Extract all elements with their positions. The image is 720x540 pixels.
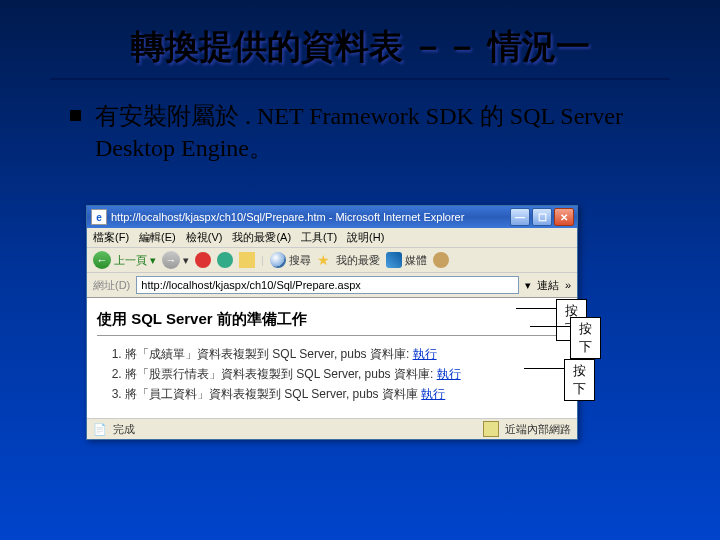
media-icon (386, 252, 402, 268)
maximize-button[interactable]: ☐ (532, 208, 552, 226)
chevron-down-icon[interactable]: ▾ (525, 279, 531, 292)
media-label: 媒體 (405, 253, 427, 268)
callout-press-3: 按下 (564, 359, 595, 401)
bullet-item: 有安裝附屬於 . NET Framework SDK 的 SQL Server … (70, 100, 650, 165)
item-text: 將「成績單」資料表複製到 SQL Server, pubs 資料庫: (125, 347, 413, 361)
toolbar: ← 上一頁 ▾ → ▾ | 搜尋 ★ 我的最愛 媒體 (87, 248, 577, 273)
list-item: 將「股票行情表」資料表複製到 SQL Server, pubs 資料庫: 執行 (125, 366, 567, 383)
menu-tools[interactable]: 工具(T) (301, 230, 337, 245)
zone-text: 近端內部網路 (505, 422, 571, 437)
callout-line (530, 326, 570, 327)
browser-window: e http://localhost/kjaspx/ch10/Sql/Prepa… (86, 205, 578, 440)
forward-button[interactable]: → ▾ (162, 251, 189, 269)
menu-view[interactable]: 檢視(V) (186, 230, 223, 245)
home-button[interactable] (239, 252, 255, 268)
address-bar: 網址(D) http://localhost/kjaspx/ch10/Sql/P… (87, 273, 577, 298)
chevron-down-icon: ▾ (150, 254, 156, 267)
close-button[interactable]: ✕ (554, 208, 574, 226)
run-link-1[interactable]: 執行 (413, 347, 437, 361)
favorites-button[interactable]: ★ 我的最愛 (317, 252, 380, 268)
favorites-label: 我的最愛 (336, 253, 380, 268)
stop-icon (195, 252, 211, 268)
list-item: 將「員工資料」資料表複製到 SQL Server, pubs 資料庫 執行 (125, 386, 567, 403)
menu-file[interactable]: 檔案(F) (93, 230, 129, 245)
status-icon: 📄 (93, 423, 107, 436)
item-text: 將「員工資料」資料表複製到 SQL Server, pubs 資料庫 (125, 387, 421, 401)
history-button[interactable] (433, 252, 449, 268)
ie-icon: e (91, 209, 107, 225)
item-text: 將「股票行情表」資料表複製到 SQL Server, pubs 資料庫: (125, 367, 437, 381)
chevron-right-icon: » (565, 279, 571, 291)
back-label: 上一頁 (114, 253, 147, 268)
bullet-square-icon (70, 110, 81, 121)
links-label[interactable]: 連結 (537, 278, 559, 293)
back-button[interactable]: ← 上一頁 ▾ (93, 251, 156, 269)
minimize-button[interactable]: — (510, 208, 530, 226)
menu-edit[interactable]: 編輯(E) (139, 230, 176, 245)
titlebar[interactable]: e http://localhost/kjaspx/ch10/Sql/Prepa… (87, 206, 577, 228)
browser-window-wrap: e http://localhost/kjaspx/ch10/Sql/Prepa… (86, 205, 576, 440)
zone-icon (483, 421, 499, 437)
search-button[interactable]: 搜尋 (270, 252, 311, 268)
page-heading: 使用 SQL Server 前的準備工作 (97, 310, 567, 329)
run-link-2[interactable]: 執行 (437, 367, 461, 381)
run-link-3[interactable]: 執行 (421, 387, 445, 401)
stop-button[interactable] (195, 252, 211, 268)
refresh-button[interactable] (217, 252, 233, 268)
bullet-text: 有安裝附屬於 . NET Framework SDK 的 SQL Server … (95, 100, 650, 165)
list-item: 將「成績單」資料表複製到 SQL Server, pubs 資料庫: 執行 (125, 346, 567, 363)
window-title: http://localhost/kjaspx/ch10/Sql/Prepare… (111, 211, 510, 223)
chevron-down-icon: ▾ (183, 254, 189, 267)
address-value: http://localhost/kjaspx/ch10/Sql/Prepare… (141, 279, 361, 291)
search-icon (270, 252, 286, 268)
refresh-icon (217, 252, 233, 268)
address-label: 網址(D) (93, 278, 130, 293)
menu-bar[interactable]: 檔案(F) 編輯(E) 檢視(V) 我的最愛(A) 工具(T) 說明(H) (87, 228, 577, 248)
back-arrow-icon: ← (93, 251, 111, 269)
callout-press-2: 按下 (570, 317, 601, 359)
menu-help[interactable]: 說明(H) (347, 230, 384, 245)
callout-line (516, 308, 556, 309)
star-icon: ★ (317, 252, 333, 268)
callout-line (524, 368, 564, 369)
status-text: 完成 (113, 422, 135, 437)
history-icon (433, 252, 449, 268)
media-button[interactable]: 媒體 (386, 252, 427, 268)
status-bar: 📄 完成 近端內部網路 (87, 418, 577, 439)
search-label: 搜尋 (289, 253, 311, 268)
home-icon (239, 252, 255, 268)
menu-favorites[interactable]: 我的最愛(A) (232, 230, 291, 245)
address-input[interactable]: http://localhost/kjaspx/ch10/Sql/Prepare… (136, 276, 519, 294)
forward-arrow-icon: → (162, 251, 180, 269)
page-content: 使用 SQL Server 前的準備工作 將「成績單」資料表複製到 SQL Se… (87, 298, 577, 418)
slide-title: 轉換提供的資料表 －－ 情況一 (50, 0, 670, 80)
